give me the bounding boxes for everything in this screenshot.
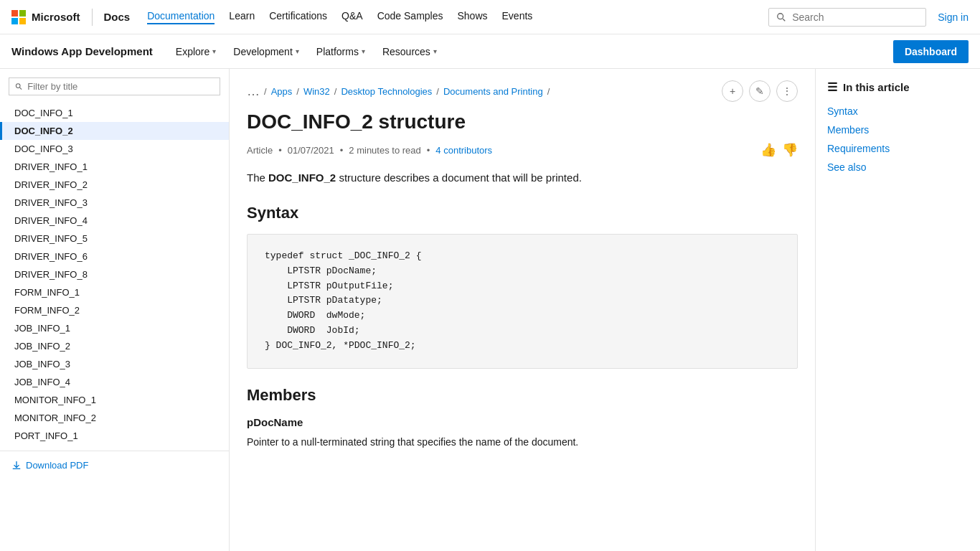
download-icon: [11, 461, 22, 471]
sidebar-item-job-info-4[interactable]: JOB_INFO_4: [0, 373, 229, 391]
sidebar-item-job-info-1[interactable]: JOB_INFO_1: [0, 319, 229, 337]
breadcrumb-win32[interactable]: Win32: [303, 86, 330, 97]
sidebar-item-driver-info-2[interactable]: DRIVER_INFO_2: [0, 176, 229, 194]
nav-divider: [92, 9, 93, 26]
svg-point-2: [16, 83, 20, 88]
toc-syntax[interactable]: Syntax: [827, 105, 969, 117]
ms-logo-blue: [11, 18, 18, 24]
nav-qa[interactable]: Q&A: [341, 10, 363, 24]
filter-input[interactable]: [27, 81, 214, 92]
nav-certifications[interactable]: Certifications: [269, 10, 327, 24]
search-box[interactable]: [768, 8, 926, 27]
development-chevron: ▾: [296, 47, 299, 55]
sidebar: DOC_INFO_1 DOC_INFO_2 DOC_INFO_3 DRIVER_…: [0, 69, 230, 551]
sidebar-item-port-info-1[interactable]: PORT_INFO_1: [0, 427, 229, 445]
breadcrumb-documents-printing[interactable]: Documents and Printing: [443, 86, 543, 97]
ms-logo-green: [19, 10, 26, 17]
sidebar-item-driver-info-8[interactable]: DRIVER_INFO_8: [0, 265, 229, 283]
secondary-nav-links: Explore ▾ Development ▾ Platforms ▾ Reso…: [170, 43, 443, 60]
toc-icon: ☰: [827, 80, 837, 94]
sidebar-footer[interactable]: Download PDF: [0, 451, 229, 479]
member-pdocname-desc: Pointer to a null-terminated string that…: [247, 434, 798, 450]
breadcrumb-desktop-tech[interactable]: Desktop Technologies: [341, 86, 432, 97]
ms-logo-yellow: [19, 18, 26, 24]
sidebar-item-driver-info-4[interactable]: DRIVER_INFO_4: [0, 212, 229, 230]
resources-chevron: ▾: [433, 47, 437, 55]
nav-development[interactable]: Development ▾: [227, 43, 305, 60]
nav-documentation[interactable]: Documentation: [147, 10, 215, 24]
breadcrumb-sep-4: /: [547, 86, 550, 97]
members-heading: Members: [247, 386, 798, 405]
right-panel: ☰ In this article Syntax Members Require…: [815, 69, 980, 551]
syntax-heading: Syntax: [247, 204, 798, 222]
breadcrumb-apps[interactable]: Apps: [271, 86, 293, 97]
article-intro-text: structure describes a document that will…: [339, 171, 582, 184]
breadcrumb-actions: + ✎ ⋮: [722, 80, 798, 102]
toc-links: Syntax Members Requirements See also: [827, 105, 969, 173]
sidebar-item-driver-info-3[interactable]: DRIVER_INFO_3: [0, 194, 229, 212]
content-area: … / Apps / Win32 / Desktop Technologies …: [230, 69, 815, 551]
main-layout: DOC_INFO_1 DOC_INFO_2 DOC_INFO_3 DRIVER_…: [0, 69, 980, 551]
nav-resources[interactable]: Resources ▾: [377, 43, 443, 60]
thumbs-up-button[interactable]: 👍: [760, 142, 776, 158]
article-contributors[interactable]: 4 contributors: [435, 145, 492, 156]
article-type: Article: [247, 145, 273, 156]
sidebar-item-form-info-1[interactable]: FORM_INFO_1: [0, 283, 229, 301]
toc-requirements[interactable]: Requirements: [827, 143, 969, 154]
nav-platforms[interactable]: Platforms ▾: [311, 43, 371, 60]
nav-explore[interactable]: Explore ▾: [170, 43, 222, 60]
docs-link[interactable]: Docs: [104, 11, 131, 23]
ms-brand-text: Microsoft: [32, 11, 80, 23]
breadcrumb-add-button[interactable]: +: [722, 80, 743, 102]
toc-members[interactable]: Members: [827, 124, 969, 136]
meta-dot-2: •: [340, 145, 344, 156]
secondary-nav: Windows App Development Explore ▾ Develo…: [0, 34, 980, 69]
toc-header: ☰ In this article: [827, 80, 969, 94]
sidebar-item-monitor-info-2[interactable]: MONITOR_INFO_2: [0, 409, 229, 427]
nav-code-samples[interactable]: Code Samples: [377, 10, 443, 24]
toc-see-also[interactable]: See also: [827, 161, 969, 173]
platforms-chevron: ▾: [362, 47, 365, 55]
breadcrumb-edit-button[interactable]: ✎: [749, 80, 771, 102]
sidebar-item-job-info-3[interactable]: JOB_INFO_3: [0, 355, 229, 373]
svg-line-1: [783, 19, 785, 21]
ms-logo-grid: [11, 10, 26, 24]
meta-actions: 👍 👎: [760, 142, 798, 158]
sign-in-link[interactable]: Sign in: [938, 11, 969, 23]
sidebar-item-driver-info-6[interactable]: DRIVER_INFO_6: [0, 248, 229, 265]
nav-events[interactable]: Events: [502, 10, 533, 24]
sidebar-item-doc-info-3[interactable]: DOC_INFO_3: [0, 140, 229, 158]
member-pdocname: pDocName: [247, 416, 798, 428]
meta-dot-3: •: [427, 145, 430, 156]
search-input[interactable]: [792, 11, 914, 23]
breadcrumb-more-options-button[interactable]: ⋮: [776, 80, 798, 102]
meta-dot-1: •: [278, 145, 282, 156]
article-title: DOC_INFO_2 structure: [247, 110, 798, 133]
article-intro-bold: DOC_INFO_2: [268, 171, 336, 184]
nav-shows[interactable]: Shows: [458, 10, 488, 24]
thumbs-down-button[interactable]: 👎: [782, 142, 798, 158]
microsoft-logo[interactable]: Microsoft: [11, 10, 80, 24]
search-icon: [776, 12, 786, 22]
dashboard-button[interactable]: Dashboard: [893, 40, 969, 63]
sidebar-item-driver-info-5[interactable]: DRIVER_INFO_5: [0, 230, 229, 248]
sidebar-item-doc-info-1[interactable]: DOC_INFO_1: [0, 104, 229, 122]
explore-chevron: ▾: [212, 47, 216, 55]
filter-box[interactable]: [9, 77, 220, 95]
breadcrumb-more[interactable]: …: [247, 84, 260, 99]
article-meta: Article • 01/07/2021 • 2 minutes to read…: [247, 142, 798, 158]
breadcrumb-sep-0: /: [264, 86, 267, 97]
breadcrumb: … / Apps / Win32 / Desktop Technologies …: [247, 69, 798, 110]
article-intro: The DOC_INFO_2 structure describes a doc…: [247, 169, 798, 187]
code-content: typedef struct _DOC_INFO_2 { LPTSTR pDoc…: [265, 249, 780, 354]
code-block: typedef struct _DOC_INFO_2 { LPTSTR pDoc…: [247, 234, 798, 369]
sidebar-item-monitor-info-1[interactable]: MONITOR_INFO_1: [0, 391, 229, 409]
sidebar-item-doc-info-2[interactable]: DOC_INFO_2: [0, 122, 229, 140]
sidebar-item-form-info-2[interactable]: FORM_INFO_2: [0, 301, 229, 319]
download-pdf-label: Download PDF: [26, 460, 88, 471]
sidebar-item-driver-info-1[interactable]: DRIVER_INFO_1: [0, 158, 229, 176]
article-date: 01/07/2021: [288, 145, 334, 156]
svg-line-3: [20, 88, 22, 89]
nav-learn[interactable]: Learn: [229, 10, 255, 24]
sidebar-item-job-info-2[interactable]: JOB_INFO_2: [0, 337, 229, 355]
